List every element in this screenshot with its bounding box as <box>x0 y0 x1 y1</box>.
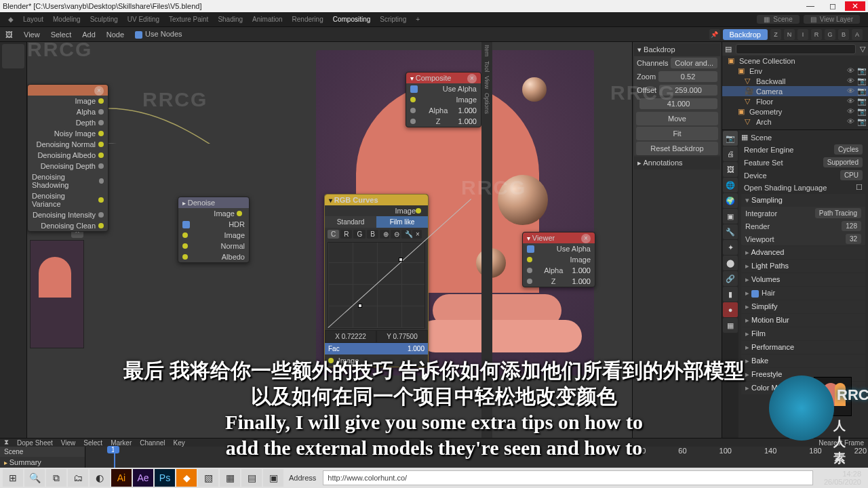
tab-viewlayer[interactable]: 🖼 <box>723 162 738 177</box>
explorer-icon[interactable]: 🗂 <box>68 469 88 487</box>
outliner-item[interactable]: Camera <box>756 87 783 96</box>
chrome-icon[interactable]: ◐ <box>90 469 110 487</box>
channels-select[interactable]: Color and... <box>671 58 717 68</box>
ws-tab-modeling[interactable]: Modeling <box>53 16 81 23</box>
ch-g[interactable]: G <box>825 29 835 40</box>
integrator-select[interactable]: Path Tracing <box>815 208 861 218</box>
ws-tab-animation[interactable]: Animation <box>252 16 282 23</box>
render-icon[interactable]: 📷 <box>857 77 865 85</box>
viewport-samples[interactable]: 32 <box>846 234 861 244</box>
ch-n[interactable]: N <box>784 29 795 40</box>
offset-x[interactable]: 259.000 <box>659 85 717 96</box>
eye-icon[interactable]: 👁 <box>846 87 854 96</box>
menu-add[interactable]: Add <box>82 30 96 39</box>
render-icon[interactable]: 📷 <box>857 107 865 116</box>
panel-hair[interactable]: Hair <box>741 287 865 300</box>
ch-b[interactable]: B <box>367 230 378 239</box>
menu-node[interactable]: Node <box>106 30 124 39</box>
tab-modifiers[interactable]: 🔧 <box>723 224 738 239</box>
render-icon[interactable]: 📷 <box>857 117 865 126</box>
tab-constraints[interactable]: 🔗 <box>723 271 738 286</box>
node-close-icon[interactable]: × <box>581 234 591 243</box>
scene-name[interactable]: Scene <box>751 134 772 142</box>
minimize-button[interactable]: — <box>800 1 821 11</box>
panel-backdrop-header[interactable]: ▾ Backdrop <box>634 43 720 56</box>
device-select[interactable]: CPU <box>840 170 863 180</box>
panel-motionblur[interactable]: Motion Blur <box>741 314 865 327</box>
offset-y[interactable]: 41.000 <box>639 98 717 109</box>
tab-options[interactable]: Options <box>484 93 490 114</box>
ch-a[interactable]: A <box>852 29 863 40</box>
render-icon[interactable]: 📷 <box>857 97 865 106</box>
panel-film[interactable]: Film <box>741 327 865 340</box>
tab-scene[interactable]: 🌐 <box>723 178 738 192</box>
reset-backdrop-button[interactable]: Reset Backdrop <box>636 142 718 155</box>
outliner-item[interactable]: Geometry <box>749 108 782 116</box>
render-icon[interactable]: 📷 <box>857 87 865 96</box>
move-button[interactable]: Move <box>636 112 718 125</box>
zoom-field[interactable]: 0.52 <box>658 71 717 82</box>
tab-object[interactable]: ▣ <box>723 209 738 224</box>
task-view-icon[interactable]: ⧉ <box>46 469 66 487</box>
ch-g[interactable]: G <box>353 230 366 239</box>
tab-tool[interactable]: Tool <box>484 61 490 73</box>
outliner-item[interactable]: Floor <box>756 98 773 106</box>
zoom-in-icon[interactable]: ⊕ <box>380 230 389 239</box>
menu-key[interactable]: Key <box>174 439 185 447</box>
dope-scene-row[interactable]: Scene <box>0 447 85 457</box>
panel-bake[interactable]: Bake <box>741 354 865 367</box>
app-icon[interactable]: ▤ <box>241 469 262 487</box>
eye-icon[interactable]: 👁 <box>846 107 854 116</box>
ws-tab-rendering[interactable]: Rendering <box>292 16 323 23</box>
menu-view[interactable]: View <box>61 439 76 447</box>
fit-button[interactable]: Fit <box>636 127 718 140</box>
ch-r[interactable]: R <box>811 29 822 40</box>
outliner-item[interactable]: Backwall <box>756 77 785 85</box>
render-samples[interactable]: 128 <box>842 221 861 231</box>
node-render-layers[interactable]: × Image Alpha Depth Noisy Image Denoisin… <box>27 84 108 232</box>
tool-select[interactable] <box>2 44 24 68</box>
app-icon[interactable]: ▧ <box>198 469 218 487</box>
reset-icon[interactable]: × <box>412 230 422 239</box>
search-icon[interactable]: 🔍 <box>24 469 45 487</box>
editor-type-icon[interactable]: 🖼 <box>5 30 13 39</box>
dope-mode[interactable]: Dope Sheet <box>17 439 53 447</box>
dope-summary-row[interactable]: ▸ Summary <box>0 457 85 468</box>
illustrator-icon[interactable]: Ai <box>111 469 132 487</box>
eye-icon[interactable]: 👁 <box>846 77 854 85</box>
node-header[interactable]: ▾ Viewer× <box>523 232 595 243</box>
system-clock[interactable]: 14:2826/05/2020 <box>820 470 865 486</box>
node-collapse-icon[interactable]: × <box>94 86 104 96</box>
ws-tab-texpaint[interactable]: Texture Paint <box>169 16 208 23</box>
menu-select[interactable]: Select <box>51 30 72 39</box>
fac-label[interactable]: Fac <box>325 343 399 354</box>
zoom-out-icon[interactable]: ⊖ <box>391 230 400 239</box>
outliner-root[interactable]: Scene Collection <box>739 57 795 65</box>
node-header[interactable]: × <box>28 85 108 96</box>
ws-tab-sculpting[interactable]: Sculpting <box>90 16 118 23</box>
engine-select[interactable]: Cycles <box>834 144 863 155</box>
close-button[interactable]: ✕ <box>845 1 865 11</box>
ws-tab-layout[interactable]: Layout <box>23 16 43 23</box>
outliner-item[interactable]: Arch <box>756 118 772 126</box>
editor-type-icon[interactable]: ⧗ <box>4 439 9 447</box>
ws-tab-scripting[interactable]: Scripting <box>380 16 406 23</box>
start-button[interactable]: ⊞ <box>3 469 23 487</box>
ch-b[interactable]: B <box>838 29 849 40</box>
panel-simplify[interactable]: Simplify <box>741 300 865 313</box>
maximize-button[interactable]: ◻ <box>823 1 843 11</box>
tab-world[interactable]: 🌍 <box>723 193 738 208</box>
blender-icon[interactable]: ◆ <box>176 469 197 487</box>
tab-texture[interactable]: ▦ <box>723 318 738 333</box>
scene-selector[interactable]: ▦Scene <box>757 15 799 24</box>
ws-tab-add[interactable]: + <box>416 16 420 23</box>
ch-c[interactable]: C <box>328 230 339 239</box>
ch-z[interactable]: Z <box>770 29 781 40</box>
node-header[interactable]: ▸ Denoise <box>178 197 249 208</box>
ws-tab-shading[interactable]: Shading <box>218 16 243 23</box>
eye-icon[interactable]: 👁 <box>846 66 854 75</box>
app-icon[interactable]: ▣ <box>263 469 283 487</box>
menu-channel[interactable]: Channel <box>140 439 165 447</box>
eye-icon[interactable]: 👁 <box>846 117 854 126</box>
node-editor[interactable]: × × Image Alpha Depth Noisy Image Denois… <box>27 42 632 438</box>
